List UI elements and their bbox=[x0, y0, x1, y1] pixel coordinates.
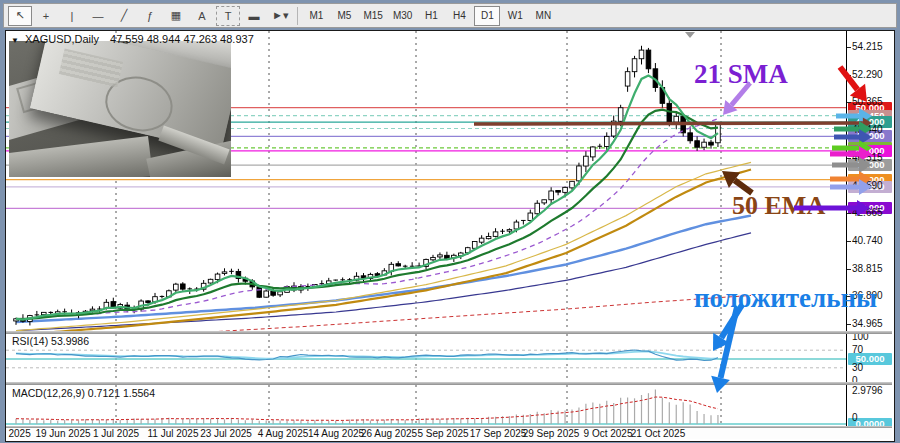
timeframe-mn[interactable]: MN bbox=[530, 6, 556, 26]
arrow-macd-callout bbox=[711, 307, 737, 393]
rectangle-icon: ▬ bbox=[249, 10, 260, 22]
arrows-tool-button[interactable]: ►▾ bbox=[268, 6, 292, 26]
timeframe-m1[interactable]: M1 bbox=[303, 6, 329, 26]
arrow-red-down bbox=[840, 67, 867, 102]
arrow-violet-long bbox=[794, 200, 870, 216]
arrow-gray bbox=[832, 157, 872, 173]
toolbar-separator bbox=[297, 7, 298, 25]
fibonacci-icon: ƒ bbox=[147, 10, 153, 22]
timeframe-h4[interactable]: H4 bbox=[446, 6, 472, 26]
fibonacci-button[interactable]: ƒ bbox=[138, 6, 162, 26]
chart-window[interactable]: ▼ XAGUSD,Daily 47.559 48.944 47.263 48.9… bbox=[5, 30, 895, 442]
timeframe-m30[interactable]: M30 bbox=[389, 6, 416, 26]
timeframe-d1[interactable]: D1 bbox=[474, 6, 500, 26]
vertical-line-button[interactable]: | bbox=[60, 6, 84, 26]
trendline-icon: ╱ bbox=[121, 9, 128, 22]
vertical-line-icon: | bbox=[71, 10, 74, 22]
text-button[interactable]: A bbox=[190, 6, 214, 26]
text-label-button[interactable]: T bbox=[216, 6, 240, 26]
horizontal-line-icon: — bbox=[93, 10, 104, 22]
text-label-icon: T bbox=[225, 10, 232, 22]
timeframe-m5[interactable]: M5 bbox=[331, 6, 357, 26]
arrows-tool-icon: ►▾ bbox=[272, 9, 288, 22]
crosshair-icon: + bbox=[43, 10, 49, 22]
arrow-brown-long bbox=[474, 117, 872, 128]
grid-icon: ▦ bbox=[171, 9, 181, 22]
text-icon: A bbox=[198, 10, 205, 22]
trendline-button[interactable]: ╱ bbox=[112, 6, 136, 26]
annotation-arrows-layer bbox=[6, 31, 892, 439]
toolbar: ↖+|—╱ƒ▦AT▬►▾M1M5M15M30H1H4D1W1MN bbox=[3, 3, 897, 28]
cursor-icon: ↖ bbox=[15, 9, 24, 22]
timeframe-m15[interactable]: M15 bbox=[359, 6, 386, 26]
rectangle-button[interactable]: ▬ bbox=[242, 6, 266, 26]
timeframe-h1[interactable]: H1 bbox=[418, 6, 444, 26]
grid-button[interactable]: ▦ bbox=[164, 6, 188, 26]
arrow-sma-callout bbox=[723, 83, 750, 115]
timeframe-w1[interactable]: W1 bbox=[502, 6, 528, 26]
arrow-ema-callout bbox=[722, 171, 752, 193]
cursor-button[interactable]: ↖ bbox=[8, 6, 32, 26]
crosshair-button[interactable]: + bbox=[34, 6, 58, 26]
horizontal-line-button[interactable]: — bbox=[86, 6, 110, 26]
